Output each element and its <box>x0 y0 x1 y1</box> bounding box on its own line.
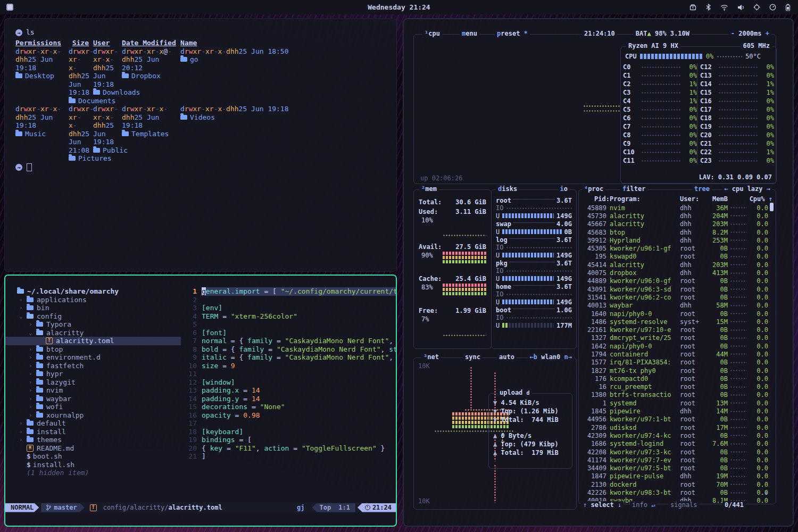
process-row[interactable]: 1327dmcrypt_write/25root0B0.0 <box>583 334 772 342</box>
editor-buffer[interactable]: general.import = [ "~/.config/omarchy/cu… <box>202 287 396 502</box>
tree-item-config[interactable]: ⌄config <box>5 312 181 321</box>
tree-item-btop[interactable]: ›btop <box>5 345 181 354</box>
tree-item-default[interactable]: ›default <box>5 419 181 428</box>
tree-item-themes[interactable]: ›themes <box>5 436 181 444</box>
process-cpu: 0.0 <box>749 391 772 398</box>
process-row[interactable]: 1686systemd-logindroot7.6M0.0 <box>583 440 772 448</box>
process-scrollbar[interactable] <box>770 203 774 211</box>
tab-preset[interactable]: preset * <box>495 30 530 37</box>
tree-item--.local-share-omarchy[interactable]: ~/.local/share/omarchy <box>5 287 181 296</box>
process-row[interactable]: 43091kworker/u96:3-sdroot0B0.0 <box>583 285 772 293</box>
tree-item-lazygit[interactable]: ›lazygit <box>5 378 181 387</box>
tree-item-boot.sh[interactable]: $boot.sh <box>5 452 181 461</box>
interface-switcher[interactable]: ←b wlan0 n→ <box>528 353 574 361</box>
tree-item-fastfetch[interactable]: ›fastfetch <box>5 362 181 370</box>
ls-user: dhh <box>93 64 105 72</box>
process-row[interactable]: 2130dockerdroot70M0.0 <box>583 480 772 488</box>
tab-tree[interactable]: tree <box>692 185 712 193</box>
process-row[interactable]: 42208kworker/u97:3-kcroot0B0.0 <box>583 448 772 456</box>
process-row[interactable]: 195kswapd0root0B0.0 <box>583 253 772 261</box>
process-row[interactable]: 45730alacrittydhh204M0.0 <box>583 212 772 220</box>
process-row[interactable]: 45305kworker/u96:1-gfroot0B0.0 <box>583 244 772 252</box>
process-row[interactable]: 40075dropboxdhh413M0.0 <box>583 269 772 277</box>
core-row-c13: C130% <box>700 71 774 80</box>
tree-item-waybar[interactable]: ›waybar <box>5 395 181 403</box>
battery-status: BAT▲ 98% 3.10W <box>634 30 692 37</box>
git-branch-segment[interactable]: master <box>41 503 84 512</box>
ls-permissions: drwxr-xr-x <box>15 47 57 55</box>
command-line[interactable] <box>5 513 396 526</box>
process-row[interactable]: 1827mt76-tx phy0root0B0.0 <box>583 367 772 375</box>
process-row[interactable]: 42309kworker/u97:4-kcroot0B0.0 <box>583 431 772 439</box>
tab-mem[interactable]: ²mem <box>419 185 439 193</box>
core-row-c12: C120% <box>700 63 774 71</box>
update-interval-control[interactable]: - 2000ms + <box>729 30 771 37</box>
tree-item-install[interactable]: ›install <box>5 428 181 436</box>
tab-proc[interactable]: ⁴proc <box>582 185 605 193</box>
shell-prompt-empty[interactable]: → <box>15 163 396 172</box>
tree-item-wofi[interactable]: ›wofi <box>5 403 181 411</box>
tree-item-install.sh[interactable]: $install.sh <box>5 461 181 469</box>
footer-signals-action[interactable]: signals <box>668 501 700 509</box>
process-row[interactable]: 1847pipewire-pulsedhh19M0.0 <box>583 472 772 480</box>
tab-net[interactable]: ³net <box>421 353 441 361</box>
tree-item-applications[interactable]: ›applications <box>5 296 181 304</box>
process-row[interactable]: 45667alacrittydhh203M0.0 <box>583 220 772 228</box>
disk-io-row: IO <box>496 314 572 321</box>
process-row[interactable]: 1577irq/81-PIXA3854:root0B0.0 <box>583 359 772 367</box>
tree-item-alacritty[interactable]: ⌄alacritty <box>5 329 181 337</box>
process-row[interactable]: 45683btopdhh8.2M0.0 <box>583 228 772 236</box>
process-row[interactable]: 31541kworker/u96:2-coroot0B0.0 <box>583 293 772 301</box>
tab-io[interactable]: io <box>558 185 570 193</box>
tab-disks[interactable]: disks <box>496 185 519 193</box>
tree-item-nvim[interactable]: ›nvim <box>5 386 181 395</box>
tree-item--1-hidden-item-[interactable]: (1 hidden item) <box>5 469 181 477</box>
process-row[interactable]: 39912Hyprlanddhh253M0.0 <box>583 236 772 244</box>
tree-item-xournalpp[interactable]: ›xournalpp <box>5 411 181 420</box>
net-upload-stats: ▲ 0 Byte/s▲ Top: (479 Kibp)▲ Total: 179 … <box>493 432 568 458</box>
process-row[interactable]: 1380btrfs-transactioroot0B0.0 <box>583 391 772 399</box>
tree-item-readme.md[interactable]: MREADME.md <box>5 444 181 453</box>
process-row[interactable]: 1640napi/phy0-0root0B0.0 <box>583 310 772 318</box>
footer-info-action[interactable]: info ↵ <box>630 501 657 509</box>
process-row[interactable]: 176kcompactd0root0B0.0 <box>583 375 772 383</box>
folder-icon <box>36 388 43 393</box>
process-row[interactable]: 2786udisksdroot17M0.0 <box>583 423 772 431</box>
tab-filter[interactable]: filter <box>620 185 647 193</box>
tab-auto[interactable]: auto <box>497 353 517 361</box>
tree-item-bin[interactable]: ›bin <box>5 304 181 312</box>
file-path-segment: T config/alacritty/alacritty.toml <box>90 504 222 511</box>
core-label: C2 <box>623 80 639 88</box>
footer-select-action[interactable]: ↑ select ↓ <box>581 501 624 509</box>
tree-item-label: alacritty <box>46 329 84 337</box>
tab-menu[interactable]: menu <box>460 30 479 37</box>
process-user: root <box>680 448 703 456</box>
process-cpu: 0.0 <box>749 497 772 504</box>
process-row[interactable]: 44889kworker/u96:0-gfroot0B0.0 <box>583 277 772 285</box>
tree-item-alacritty.toml[interactable]: Talacritty.toml <box>5 337 181 345</box>
process-row[interactable]: 1794containerdroot44M0.0 <box>583 350 772 358</box>
process-mem: 0B <box>703 343 728 350</box>
process-row[interactable]: 45889nvimdhh36M0.0 <box>583 204 772 212</box>
tab-sync[interactable]: sync <box>463 353 483 361</box>
process-row[interactable]: 41174kworker/u97:7-evroot0B0.0 <box>583 456 772 464</box>
tree-item-typora[interactable]: ›Typora <box>5 320 181 329</box>
process-row[interactable]: 34409kworker/u97:5-btroot0B0.0 <box>583 464 772 472</box>
process-name: btrfs-transactio <box>610 391 680 398</box>
tab-cpu[interactable]: ¹cpu <box>422 30 442 37</box>
sort-column-switcher[interactable]: ← cpu lazy → <box>722 185 772 193</box>
process-row[interactable]: 1642napi/phy0-0root0B0.0 <box>583 342 772 350</box>
tree-item-hypr[interactable]: ›hypr <box>5 370 181 378</box>
process-row[interactable]: 22161kworker/u97:10-eroot0B0.0 <box>583 326 772 334</box>
process-row[interactable]: 1systemdroot13M0.0 <box>583 399 772 407</box>
tree-item-environment.d[interactable]: ›environment.d <box>5 353 181 362</box>
process-row[interactable]: 42226kworker/u98:3-btroot0B0.0 <box>583 488 772 496</box>
line-number: 16 <box>181 411 197 420</box>
process-row[interactable]: 40013waybardhh58M0.0 <box>583 302 772 310</box>
process-row[interactable]: 1486systemd-resolvesyst+15M0.0 <box>583 318 772 326</box>
process-row[interactable]: 44956kworker/u97:1-btroot0B0.0 <box>583 415 772 423</box>
process-row[interactable]: 16rcu_preemptroot0B0.0 <box>583 383 772 391</box>
process-row[interactable]: 45414alacrittydhh203M0.0 <box>583 261 772 269</box>
process-row[interactable]: 1845pipewiredhh14M0.0 <box>583 407 772 415</box>
shell-file-icon: $ <box>27 452 31 460</box>
